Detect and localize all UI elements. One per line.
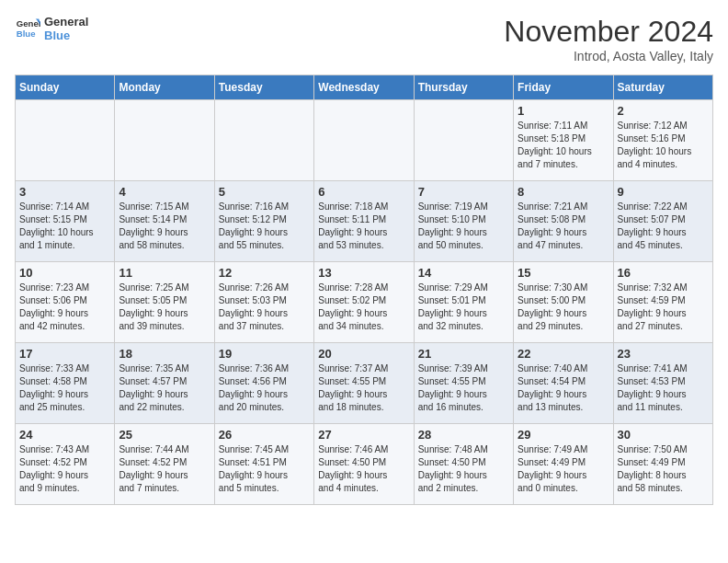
day-info: Sunrise: 7:28 AM Sunset: 5:02 PM Dayligh… — [318, 282, 409, 333]
day-number: 25 — [119, 428, 210, 442]
location: Introd, Aosta Valley, Italy — [504, 49, 713, 63]
calendar-cell: 4Sunrise: 7:15 AM Sunset: 5:14 PM Daylig… — [115, 181, 214, 262]
weekday-header: Thursday — [414, 75, 513, 100]
calendar-week-row: 24Sunrise: 7:43 AM Sunset: 4:52 PM Dayli… — [16, 424, 713, 505]
day-info: Sunrise: 7:11 AM Sunset: 5:18 PM Dayligh… — [518, 120, 609, 171]
day-info: Sunrise: 7:40 AM Sunset: 4:54 PM Dayligh… — [518, 362, 609, 414]
calendar-cell — [314, 100, 414, 181]
calendar-cell: 23Sunrise: 7:41 AM Sunset: 4:53 PM Dayli… — [613, 343, 712, 424]
calendar-table: SundayMondayTuesdayWednesdayThursdayFrid… — [15, 75, 713, 505]
day-number: 6 — [318, 185, 409, 199]
day-number: 18 — [119, 347, 210, 361]
day-info: Sunrise: 7:25 AM Sunset: 5:05 PM Dayligh… — [119, 282, 210, 333]
calendar-cell: 2Sunrise: 7:12 AM Sunset: 5:16 PM Daylig… — [613, 100, 712, 181]
svg-text:General: General — [17, 18, 40, 29]
svg-text:Blue: Blue — [17, 29, 36, 39]
day-info: Sunrise: 7:16 AM Sunset: 5:12 PM Dayligh… — [219, 201, 310, 252]
day-number: 19 — [219, 347, 310, 361]
day-info: Sunrise: 7:12 AM Sunset: 5:16 PM Dayligh… — [618, 120, 709, 171]
calendar-cell — [214, 100, 313, 181]
calendar-week-row: 3Sunrise: 7:14 AM Sunset: 5:15 PM Daylig… — [16, 181, 713, 262]
day-number: 11 — [119, 266, 210, 280]
day-number: 24 — [19, 428, 110, 442]
calendar-cell — [115, 100, 214, 181]
calendar-cell: 21Sunrise: 7:39 AM Sunset: 4:55 PM Dayli… — [414, 343, 513, 424]
day-number: 29 — [518, 428, 609, 442]
logo-line2: Blue — [44, 29, 88, 42]
weekday-header: Friday — [514, 75, 613, 100]
day-number: 16 — [618, 266, 709, 280]
day-info: Sunrise: 7:18 AM Sunset: 5:11 PM Dayligh… — [318, 201, 409, 252]
day-info: Sunrise: 7:21 AM Sunset: 5:08 PM Dayligh… — [518, 201, 609, 252]
weekday-header: Monday — [115, 75, 214, 100]
weekday-header: Saturday — [613, 75, 712, 100]
day-number: 20 — [318, 347, 409, 361]
day-info: Sunrise: 7:22 AM Sunset: 5:07 PM Dayligh… — [618, 201, 709, 252]
weekday-header: Tuesday — [214, 75, 313, 100]
day-number: 1 — [518, 104, 609, 118]
calendar-cell: 28Sunrise: 7:48 AM Sunset: 4:50 PM Dayli… — [414, 424, 513, 505]
day-number: 3 — [19, 185, 110, 199]
calendar-cell: 20Sunrise: 7:37 AM Sunset: 4:55 PM Dayli… — [314, 343, 414, 424]
day-number: 15 — [518, 266, 609, 280]
day-number: 10 — [19, 266, 110, 280]
day-info: Sunrise: 7:49 AM Sunset: 4:49 PM Dayligh… — [518, 443, 609, 495]
calendar-cell: 27Sunrise: 7:46 AM Sunset: 4:50 PM Dayli… — [314, 424, 414, 505]
day-number: 8 — [518, 185, 609, 199]
day-info: Sunrise: 7:19 AM Sunset: 5:10 PM Dayligh… — [418, 201, 509, 252]
day-info: Sunrise: 7:23 AM Sunset: 5:06 PM Dayligh… — [19, 282, 110, 333]
logo-line1: General — [44, 15, 88, 29]
calendar-cell: 7Sunrise: 7:19 AM Sunset: 5:10 PM Daylig… — [414, 181, 513, 262]
day-info: Sunrise: 7:26 AM Sunset: 5:03 PM Dayligh… — [219, 282, 310, 333]
day-info: Sunrise: 7:45 AM Sunset: 4:51 PM Dayligh… — [219, 443, 310, 495]
calendar-cell: 1Sunrise: 7:11 AM Sunset: 5:18 PM Daylig… — [514, 100, 613, 181]
day-number: 13 — [318, 266, 409, 280]
calendar-cell: 14Sunrise: 7:29 AM Sunset: 5:01 PM Dayli… — [414, 262, 513, 343]
day-info: Sunrise: 7:37 AM Sunset: 4:55 PM Dayligh… — [318, 362, 409, 414]
weekday-header: Sunday — [16, 75, 115, 100]
day-number: 17 — [19, 347, 110, 361]
day-info: Sunrise: 7:50 AM Sunset: 4:49 PM Dayligh… — [618, 443, 709, 495]
day-number: 4 — [119, 185, 210, 199]
calendar-cell: 29Sunrise: 7:49 AM Sunset: 4:49 PM Dayli… — [514, 424, 613, 505]
header: General Blue General Blue November 2024 … — [15, 15, 713, 63]
day-number: 27 — [318, 428, 409, 442]
day-info: Sunrise: 7:36 AM Sunset: 4:56 PM Dayligh… — [219, 362, 310, 414]
calendar-cell: 26Sunrise: 7:45 AM Sunset: 4:51 PM Dayli… — [214, 424, 313, 505]
day-number: 7 — [418, 185, 509, 199]
calendar-cell: 30Sunrise: 7:50 AM Sunset: 4:49 PM Dayli… — [613, 424, 712, 505]
title-block: November 2024 Introd, Aosta Valley, Ital… — [504, 15, 713, 63]
logo-icon: General Blue — [15, 16, 40, 41]
calendar-week-row: 10Sunrise: 7:23 AM Sunset: 5:06 PM Dayli… — [16, 262, 713, 343]
day-number: 28 — [418, 428, 509, 442]
day-number: 5 — [219, 185, 310, 199]
calendar-cell — [16, 100, 115, 181]
calendar-cell: 15Sunrise: 7:30 AM Sunset: 5:00 PM Dayli… — [514, 262, 613, 343]
weekday-header: Wednesday — [314, 75, 414, 100]
logo: General Blue General Blue — [15, 15, 88, 42]
day-info: Sunrise: 7:14 AM Sunset: 5:15 PM Dayligh… — [19, 201, 110, 252]
calendar-cell: 12Sunrise: 7:26 AM Sunset: 5:03 PM Dayli… — [214, 262, 313, 343]
calendar-cell: 3Sunrise: 7:14 AM Sunset: 5:15 PM Daylig… — [16, 181, 115, 262]
day-number: 30 — [618, 428, 709, 442]
weekday-header-row: SundayMondayTuesdayWednesdayThursdayFrid… — [16, 75, 713, 100]
calendar-cell: 11Sunrise: 7:25 AM Sunset: 5:05 PM Dayli… — [115, 262, 214, 343]
day-info: Sunrise: 7:48 AM Sunset: 4:50 PM Dayligh… — [418, 443, 509, 495]
day-number: 2 — [618, 104, 709, 118]
day-number: 23 — [618, 347, 709, 361]
day-info: Sunrise: 7:44 AM Sunset: 4:52 PM Dayligh… — [119, 443, 210, 495]
day-info: Sunrise: 7:15 AM Sunset: 5:14 PM Dayligh… — [119, 201, 210, 252]
calendar-cell: 25Sunrise: 7:44 AM Sunset: 4:52 PM Dayli… — [115, 424, 214, 505]
calendar-cell: 13Sunrise: 7:28 AM Sunset: 5:02 PM Dayli… — [314, 262, 414, 343]
day-info: Sunrise: 7:41 AM Sunset: 4:53 PM Dayligh… — [618, 362, 709, 414]
day-number: 26 — [219, 428, 310, 442]
day-number: 9 — [618, 185, 709, 199]
day-info: Sunrise: 7:30 AM Sunset: 5:00 PM Dayligh… — [518, 282, 609, 333]
day-info: Sunrise: 7:32 AM Sunset: 4:59 PM Dayligh… — [618, 282, 709, 333]
calendar-cell: 9Sunrise: 7:22 AM Sunset: 5:07 PM Daylig… — [613, 181, 712, 262]
calendar-cell: 19Sunrise: 7:36 AM Sunset: 4:56 PM Dayli… — [214, 343, 313, 424]
calendar-cell: 24Sunrise: 7:43 AM Sunset: 4:52 PM Dayli… — [16, 424, 115, 505]
calendar-week-row: 1Sunrise: 7:11 AM Sunset: 5:18 PM Daylig… — [16, 100, 713, 181]
calendar-cell: 16Sunrise: 7:32 AM Sunset: 4:59 PM Dayli… — [613, 262, 712, 343]
calendar-cell: 6Sunrise: 7:18 AM Sunset: 5:11 PM Daylig… — [314, 181, 414, 262]
